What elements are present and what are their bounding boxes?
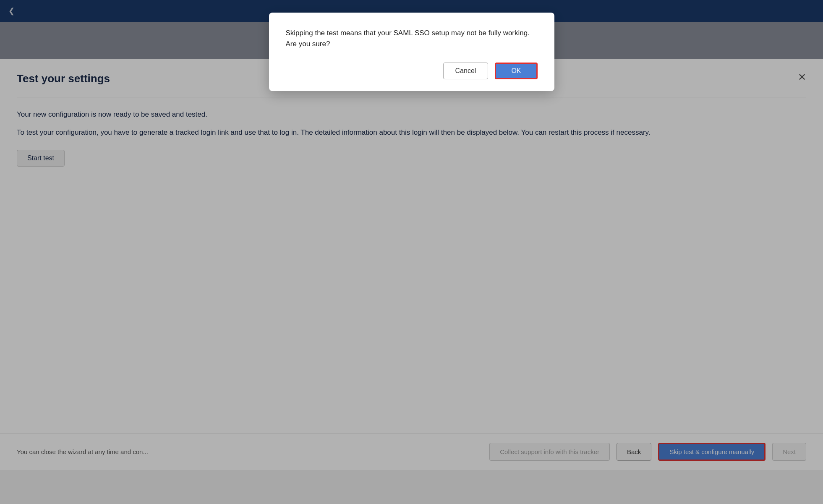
dialog-message: Skipping the test means that your SAML S… [286,28,538,49]
dialog-actions: Cancel OK [286,63,538,79]
dialog-overlay: Skipping the test means that your SAML S… [0,0,823,504]
dialog-ok-button[interactable]: OK [495,63,537,79]
dialog-cancel-button[interactable]: Cancel [443,63,489,79]
confirmation-dialog: Skipping the test means that your SAML S… [269,13,554,91]
